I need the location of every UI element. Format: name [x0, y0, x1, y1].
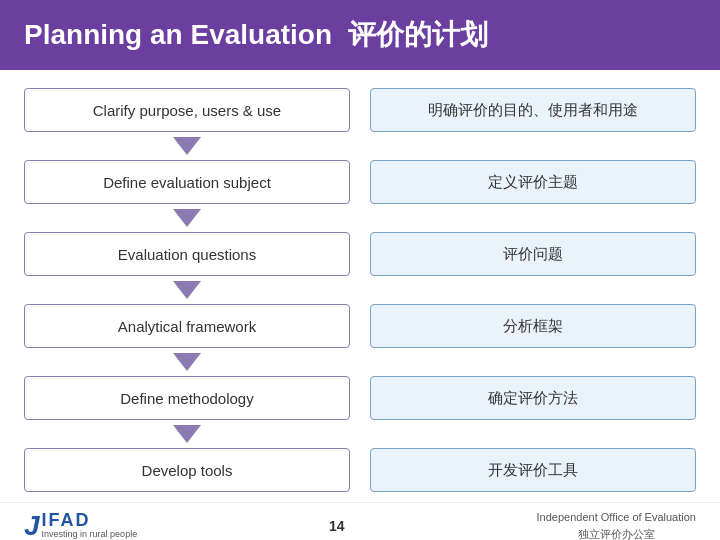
arrow-2: [24, 204, 350, 232]
ifad-j-letter: J: [24, 512, 40, 540]
spacer-r3: [370, 276, 696, 304]
footer-org-info: Independent Office of Evaluation 独立评价办公室: [537, 509, 696, 540]
step-box-6: Develop tools: [24, 448, 350, 492]
step-box-r5: 确定评价方法: [370, 376, 696, 420]
step-box-2: Define evaluation subject: [24, 160, 350, 204]
footer-logo-area: J IFAD Investing in rural people: [24, 511, 137, 540]
arrow-3: [24, 276, 350, 304]
arrow-1: [24, 132, 350, 160]
ifad-logo: J IFAD Investing in rural people: [24, 511, 137, 540]
page-header: Planning an Evaluation 评价的计划: [0, 0, 720, 70]
right-column: 明确评价的目的、使用者和用途 定义评价主题 评价问题 分析框架 确定评价方法 开…: [370, 88, 696, 492]
page-title: Planning an Evaluation 评价的计划: [24, 16, 488, 54]
body-wrapper: Clarify purpose, users & use Define eval…: [0, 70, 720, 540]
step-box-r3: 评价问题: [370, 232, 696, 276]
page-footer: J IFAD Investing in rural people 14 Inde…: [0, 502, 720, 540]
page-number: 14: [329, 518, 345, 534]
step-box-4: Analytical framework: [24, 304, 350, 348]
ifad-text-block: IFAD Investing in rural people: [42, 511, 138, 540]
spacer-r4: [370, 348, 696, 376]
step-box-1: Clarify purpose, users & use: [24, 88, 350, 132]
step-box-3: Evaluation questions: [24, 232, 350, 276]
main-content: Clarify purpose, users & use Define eval…: [0, 70, 720, 502]
spacer-r5: [370, 420, 696, 448]
step-box-r2: 定义评价主题: [370, 160, 696, 204]
step-box-r1: 明确评价的目的、使用者和用途: [370, 88, 696, 132]
arrow-5: [24, 420, 350, 448]
org-line2: 独立评价办公室: [537, 526, 696, 541]
step-box-5: Define methodology: [24, 376, 350, 420]
spacer-r1: [370, 132, 696, 160]
arrow-4: [24, 348, 350, 376]
spacer-r2: [370, 204, 696, 232]
step-box-r6: 开发评价工具: [370, 448, 696, 492]
org-line1: Independent Office of Evaluation: [537, 509, 696, 526]
left-column: Clarify purpose, users & use Define eval…: [24, 88, 350, 492]
ifad-brand-name: IFAD: [42, 511, 138, 529]
step-box-r4: 分析框架: [370, 304, 696, 348]
ifad-sub-text: Investing in rural people: [42, 529, 138, 540]
